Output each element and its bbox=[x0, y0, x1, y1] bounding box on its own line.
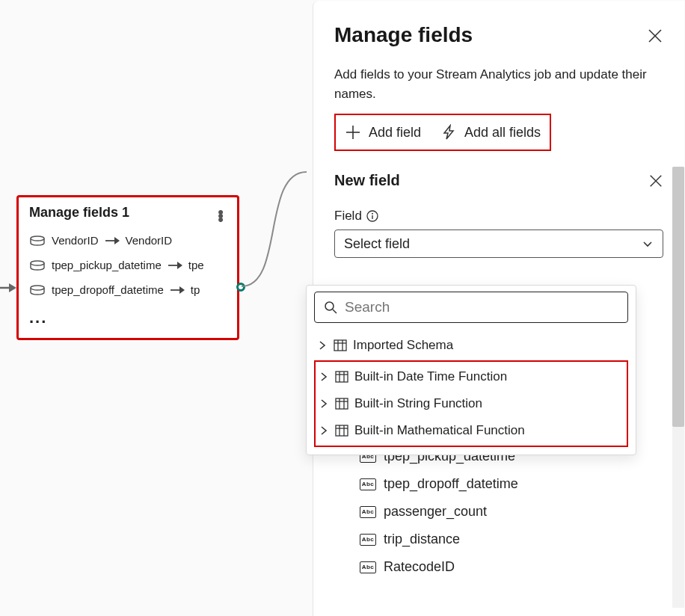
field-option[interactable]: AbcRatecodeID bbox=[355, 553, 642, 581]
field-icon bbox=[29, 260, 46, 271]
type-string-icon: Abc bbox=[360, 561, 376, 573]
svg-line-21 bbox=[333, 309, 337, 313]
field-to: tpe bbox=[188, 259, 204, 271]
field-to: VendorID bbox=[126, 234, 173, 247]
add-all-fields-button[interactable]: Add all fields bbox=[437, 121, 544, 144]
search-box[interactable] bbox=[314, 292, 628, 323]
tree-item-label: Built-in Date Time Function bbox=[354, 369, 507, 384]
field-to: tp bbox=[191, 283, 200, 296]
field-label: Field bbox=[334, 209, 362, 224]
panel-title: Manage fields bbox=[334, 23, 473, 47]
type-string-icon: Abc bbox=[360, 506, 376, 518]
panel-subtitle: Add fields to your Stream Analytics job … bbox=[334, 65, 656, 103]
svg-point-18 bbox=[372, 213, 373, 215]
chevron-down-icon bbox=[642, 238, 654, 250]
field-option[interactable]: Abctrip_distance bbox=[355, 526, 642, 553]
svg-rect-26 bbox=[336, 372, 348, 382]
node-more-menu[interactable]: ••• bbox=[215, 207, 227, 218]
tree-item-datetime-fn[interactable]: Built-in Date Time Function bbox=[316, 363, 627, 390]
map-arrow-icon bbox=[168, 261, 182, 270]
action-row-highlight: Add field Add all fields bbox=[334, 114, 551, 151]
schema-tree: Imported Schema Built-in Date Time Funct… bbox=[314, 332, 628, 447]
panel-scrollbar[interactable] bbox=[672, 167, 684, 608]
svg-rect-30 bbox=[336, 398, 348, 409]
field-mapping-row: tpep_dropoff_datetime tp bbox=[29, 277, 227, 302]
input-connector-arrow bbox=[0, 280, 16, 295]
svg-point-20 bbox=[325, 302, 334, 310]
svg-point-2 bbox=[31, 236, 44, 241]
field-picker-flyout: Imported Schema Built-in Date Time Funct… bbox=[306, 285, 636, 455]
add-all-fields-label: Add all fields bbox=[464, 125, 541, 141]
svg-point-5 bbox=[31, 261, 44, 265]
node-manage-fields[interactable]: Manage fields 1 ••• VendorID VendorID tp… bbox=[16, 195, 239, 340]
add-field-label: Add field bbox=[369, 125, 421, 141]
node-title: Manage fields 1 bbox=[29, 205, 129, 221]
map-arrow-icon bbox=[105, 236, 120, 245]
field-mapping-row: VendorID VendorID bbox=[29, 228, 227, 253]
scrollbar-thumb[interactable] bbox=[672, 167, 684, 427]
svg-marker-1 bbox=[9, 283, 16, 292]
node-output-port[interactable] bbox=[236, 283, 245, 292]
add-field-button[interactable]: Add field bbox=[342, 121, 424, 144]
chevron-right-icon bbox=[319, 398, 329, 409]
field-icon bbox=[29, 235, 46, 246]
map-arrow-icon bbox=[170, 286, 185, 295]
field-mapping-row: tpep_pickup_datetime tpe bbox=[29, 253, 227, 277]
schema-icon bbox=[335, 371, 348, 383]
schema-icon bbox=[335, 425, 348, 437]
svg-marker-10 bbox=[179, 286, 185, 294]
chevron-right-icon bbox=[317, 340, 328, 351]
tree-item-label: Imported Schema bbox=[353, 338, 453, 353]
info-icon[interactable] bbox=[366, 210, 378, 222]
type-string-icon: Abc bbox=[360, 478, 376, 490]
schema-icon bbox=[334, 339, 347, 351]
lightning-icon bbox=[440, 124, 457, 141]
type-string-icon: Abc bbox=[360, 534, 376, 546]
field-from: VendorID bbox=[52, 234, 99, 247]
tree-item-imported-schema[interactable]: Imported Schema bbox=[314, 332, 628, 359]
node-more-rows[interactable]: ... bbox=[29, 302, 227, 327]
select-placeholder: Select field bbox=[344, 236, 410, 252]
schema-icon bbox=[335, 398, 348, 410]
chevron-right-icon bbox=[319, 372, 329, 382]
svg-marker-4 bbox=[114, 237, 120, 244]
tree-item-string-fn[interactable]: Built-in String Function bbox=[316, 390, 627, 417]
svg-rect-22 bbox=[334, 340, 346, 351]
builtin-functions-highlight: Built-in Date Time Function Built-in Str… bbox=[314, 360, 628, 447]
svg-rect-34 bbox=[336, 425, 348, 436]
svg-marker-7 bbox=[177, 262, 182, 269]
tree-item-label: Built-in String Function bbox=[354, 396, 482, 411]
tree-item-math-fn[interactable]: Built-in Mathematical Function bbox=[316, 417, 627, 444]
node-connector bbox=[239, 168, 307, 295]
tree-item-label: Built-in Mathematical Function bbox=[354, 423, 525, 438]
close-icon[interactable] bbox=[647, 28, 663, 44]
search-input[interactable] bbox=[345, 299, 618, 315]
chevron-right-icon bbox=[319, 425, 329, 436]
field-from: tpep_dropoff_datetime bbox=[52, 283, 164, 296]
field-option[interactable]: Abctpep_dropoff_datetime bbox=[355, 470, 642, 498]
search-icon bbox=[324, 301, 337, 314]
svg-point-8 bbox=[31, 286, 44, 290]
field-from: tpep_pickup_datetime bbox=[52, 259, 162, 271]
select-field-dropdown[interactable]: Select field bbox=[334, 230, 663, 258]
new-field-heading: New field bbox=[334, 172, 400, 189]
field-option[interactable]: Abcpassenger_count bbox=[355, 498, 642, 526]
plus-icon bbox=[345, 124, 361, 141]
field-icon bbox=[29, 285, 46, 295]
close-new-field-icon[interactable] bbox=[648, 173, 663, 188]
